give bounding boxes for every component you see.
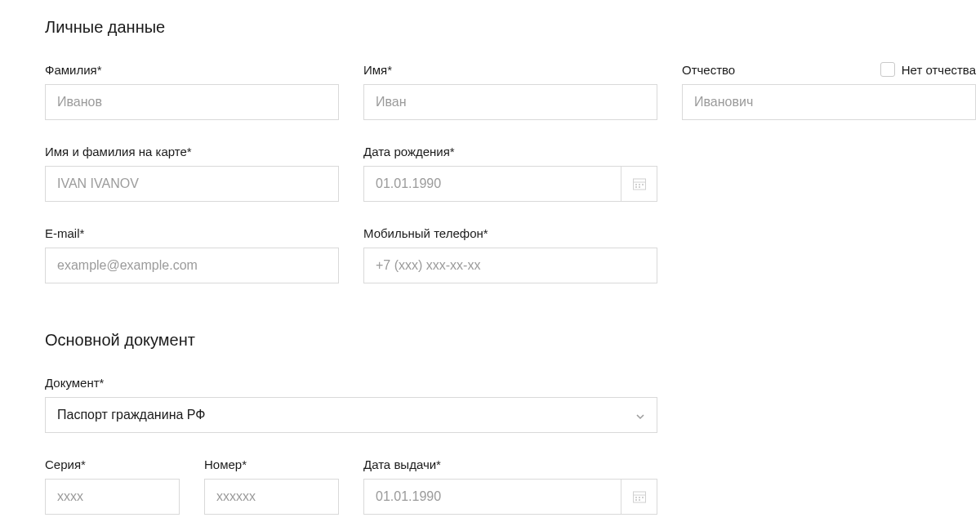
last-name-input[interactable] — [45, 84, 339, 120]
svg-rect-13 — [639, 499, 640, 501]
phone-input[interactable] — [363, 248, 657, 283]
calendar-icon[interactable] — [621, 166, 657, 202]
svg-rect-6 — [639, 186, 640, 188]
issue-date-input[interactable] — [363, 479, 621, 515]
checkbox-box-icon — [880, 62, 895, 77]
birth-date-input[interactable] — [363, 166, 621, 202]
no-patronymic-checkbox[interactable]: Нет отчества — [880, 62, 976, 77]
birth-date-label: Дата рождения* — [363, 145, 455, 158]
issue-date-label: Дата выдачи* — [363, 457, 441, 471]
number-label: Номер* — [204, 457, 247, 471]
email-input[interactable] — [45, 248, 339, 283]
section-title-document: Основной документ — [45, 331, 935, 350]
doc-type-value: Паспорт гражданина РФ — [57, 408, 205, 422]
no-patronymic-label: Нет отчества — [902, 63, 976, 77]
svg-rect-5 — [635, 186, 637, 188]
svg-rect-12 — [635, 499, 637, 501]
patronymic-label: Отчество — [682, 63, 735, 77]
email-label: E-mail* — [45, 226, 84, 240]
first-name-input[interactable] — [363, 84, 657, 120]
svg-rect-4 — [642, 184, 644, 185]
section-title-personal: Личные данные — [45, 18, 935, 37]
svg-rect-3 — [639, 184, 640, 185]
calendar-icon[interactable] — [621, 479, 657, 515]
card-name-label: Имя и фамилия на карте* — [45, 145, 192, 158]
svg-rect-2 — [635, 184, 637, 185]
svg-rect-9 — [635, 497, 637, 498]
series-input[interactable] — [45, 479, 180, 515]
doc-type-label: Документ* — [45, 376, 104, 390]
series-label: Серия* — [45, 457, 86, 471]
first-name-label: Имя* — [363, 63, 392, 77]
number-input[interactable] — [204, 479, 339, 515]
phone-label: Мобильный телефон* — [363, 226, 488, 240]
svg-rect-11 — [642, 497, 644, 498]
svg-rect-10 — [639, 497, 640, 498]
last-name-label: Фамилия* — [45, 63, 102, 77]
doc-type-select[interactable]: Паспорт гражданина РФ — [45, 397, 657, 433]
card-name-input[interactable] — [45, 166, 339, 202]
chevron-down-icon — [635, 410, 645, 420]
patronymic-input[interactable] — [682, 84, 976, 120]
